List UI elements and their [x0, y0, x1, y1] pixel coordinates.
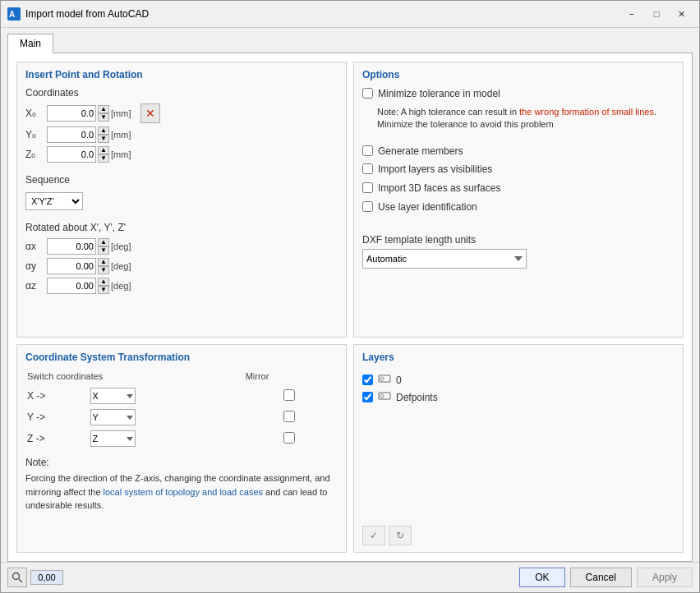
- tolerance-note: Note: A high tolerance can result in the…: [377, 106, 675, 131]
- x0-row: X₀ ▲ ▼ [mm] ✕: [25, 103, 338, 123]
- sequence-label: Sequence: [25, 174, 70, 186]
- z-mirror-checkbox[interactable]: [283, 432, 295, 444]
- tab-main[interactable]: Main: [7, 34, 53, 53]
- z-axis-row: Z -> XYZ: [27, 429, 336, 448]
- layer-defpoints-checkbox[interactable]: [362, 392, 373, 402]
- generate-members-checkbox[interactable]: [362, 145, 373, 156]
- y-from-label: Y ->: [27, 411, 45, 423]
- sequence-select[interactable]: X'Y'Z' X'Z'Y' Y'X'Z': [25, 192, 83, 210]
- z0-unit: [mm]: [111, 149, 131, 159]
- ax-unit: [deg]: [111, 241, 131, 251]
- z0-spinner: ▲ ▼: [98, 146, 109, 163]
- layer-0-checkbox[interactable]: [362, 375, 373, 385]
- use-layer-row: Use layer identification: [362, 200, 675, 214]
- x0-up[interactable]: ▲: [98, 105, 109, 113]
- rotation-label: Rotated about X', Y', Z': [25, 222, 338, 233]
- az-spinner: ▲ ▼: [98, 278, 109, 294]
- ax-spinner: ▲ ▼: [98, 238, 109, 255]
- y0-up[interactable]: ▲: [98, 126, 109, 135]
- import-layers-checkbox[interactable]: [362, 163, 373, 174]
- x-axis-select[interactable]: XYZ: [90, 388, 136, 404]
- apply-button[interactable]: Apply: [637, 568, 693, 587]
- coord-system-title: Coordinate System Transformation: [25, 352, 338, 363]
- import-3d-row: Import 3D faces as surfaces: [362, 182, 675, 195]
- main-window: A Import model from AutoCAD − □ ✕ Main I…: [0, 0, 700, 593]
- generate-members-label: Generate members: [378, 145, 463, 159]
- z0-row: Z₀ ▲ ▼ [mm]: [25, 146, 338, 163]
- switch-col-header: Switch coordinates: [27, 371, 228, 384]
- maximize-button[interactable]: □: [645, 6, 668, 22]
- uncheck-all-button[interactable]: ↻: [389, 526, 412, 545]
- y0-label: Y₀: [25, 129, 44, 140]
- cancel-button[interactable]: Cancel: [570, 568, 632, 587]
- bottom-left: 0,00: [7, 568, 63, 587]
- layers-panel: Layers 0: [353, 344, 684, 553]
- z0-input[interactable]: [47, 146, 96, 163]
- options-title: Options: [362, 69, 675, 80]
- y-mirror-checkbox[interactable]: [283, 411, 295, 422]
- az-input[interactable]: [47, 278, 96, 294]
- z0-down[interactable]: ▼: [98, 154, 109, 163]
- switch-table: Switch coordinates Mirror X -> XYZ: [25, 370, 338, 450]
- layer-0-name: 0: [396, 375, 402, 386]
- tab-bar: Main: [1, 28, 699, 53]
- az-down[interactable]: ▼: [98, 286, 109, 294]
- title-bar-left: A Import model from AutoCAD: [7, 7, 149, 21]
- minimize-button[interactable]: −: [620, 6, 643, 22]
- layers-bottom-buttons: ✓ ↻: [362, 519, 675, 545]
- window-controls: − □ ✕: [620, 6, 693, 22]
- layer-0-icon: [378, 373, 391, 387]
- use-layer-checkbox[interactable]: [362, 201, 373, 212]
- coord-note-title: Note:: [25, 457, 338, 468]
- svg-point-3: [380, 377, 384, 380]
- ay-input-wrapper: ▲ ▼ [deg]: [47, 258, 131, 274]
- y-axis-row: Y -> XYZ: [27, 407, 336, 427]
- az-row: αz ▲ ▼ [deg]: [25, 278, 338, 294]
- ax-up[interactable]: ▲: [98, 238, 109, 246]
- insert-point-panel: Insert Point and Rotation Coordinates X₀…: [16, 62, 347, 338]
- y0-input[interactable]: [47, 126, 96, 143]
- mirror-col-header: Mirror: [229, 371, 336, 384]
- minimize-tolerance-checkbox[interactable]: [362, 88, 373, 99]
- search-icon-button[interactable]: [7, 568, 27, 587]
- svg-line-7: [19, 579, 22, 582]
- title-bar: A Import model from AutoCAD − □ ✕: [1, 1, 699, 28]
- y0-unit: [mm]: [111, 130, 131, 140]
- ax-input[interactable]: [47, 238, 96, 255]
- bottom-bar: 0,00 OK Cancel Apply: [1, 562, 699, 592]
- y0-spinner: ▲ ▼: [98, 126, 109, 143]
- check-all-button[interactable]: ✓: [362, 526, 385, 545]
- dxf-select[interactable]: Automatic mm cm m: [362, 249, 527, 269]
- import-layers-label: Import layers as visibilities: [378, 163, 492, 177]
- ay-label: αy: [25, 260, 44, 272]
- ok-button[interactable]: OK: [519, 568, 564, 587]
- layer-defpoints-name: Defpoints: [396, 392, 438, 403]
- z0-up[interactable]: ▲: [98, 146, 109, 154]
- y-axis-select[interactable]: XYZ: [90, 409, 136, 425]
- generate-members-row: Generate members: [362, 145, 675, 159]
- az-input-wrapper: ▲ ▼ [deg]: [47, 278, 131, 294]
- ay-down[interactable]: ▼: [98, 266, 109, 274]
- az-up[interactable]: ▲: [98, 278, 109, 286]
- z-axis-select[interactable]: XYZ: [90, 430, 136, 447]
- ax-input-wrapper: ▲ ▼ [deg]: [47, 238, 131, 255]
- x0-down[interactable]: ▼: [98, 113, 109, 122]
- x0-input[interactable]: [47, 105, 96, 122]
- close-button[interactable]: ✕: [670, 6, 693, 22]
- x-mirror-checkbox[interactable]: [283, 389, 295, 401]
- options-panel: Options Minimize tolerance in model Note…: [353, 62, 684, 338]
- x0-spinner: ▲ ▼: [98, 105, 109, 122]
- pick-point-button[interactable]: ✕: [140, 103, 160, 123]
- layer-defpoints-icon: [378, 390, 391, 404]
- coordinates-label: Coordinates: [25, 87, 338, 99]
- x-from-label: X ->: [27, 390, 45, 402]
- ay-up[interactable]: ▲: [98, 258, 109, 266]
- ax-label: αx: [25, 241, 44, 252]
- ay-unit: [deg]: [111, 261, 131, 271]
- ax-down[interactable]: ▼: [98, 246, 109, 255]
- x-axis-row: X -> XYZ: [27, 386, 336, 406]
- y0-down[interactable]: ▼: [98, 135, 109, 143]
- import-layers-row: Import layers as visibilities: [362, 163, 675, 177]
- import-3d-checkbox[interactable]: [362, 182, 373, 193]
- ay-input[interactable]: [47, 258, 96, 274]
